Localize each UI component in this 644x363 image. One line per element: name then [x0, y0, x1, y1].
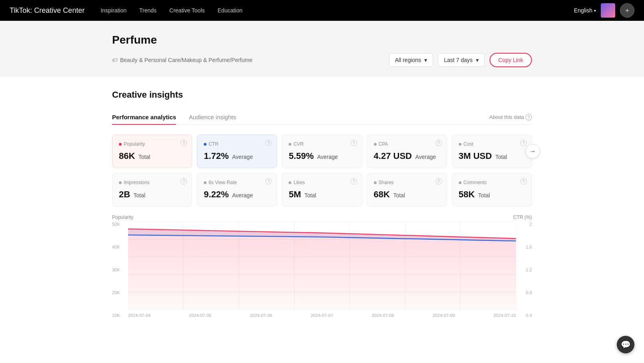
chart-svg-area: 2024-07-04 2024-07-05 2024-07-06 2024-07…	[128, 222, 516, 318]
dot-gray-vr	[204, 181, 207, 184]
metric-view-rate-info[interactable]: ?	[265, 178, 272, 185]
period-label: Last 7 days	[444, 57, 473, 63]
dot-gray-cpa	[374, 143, 377, 146]
period-chevron-icon: ▾	[476, 57, 479, 63]
metric-comments-label: Comments	[459, 180, 525, 185]
metric-popularity-info[interactable]: ?	[181, 140, 187, 146]
chat-button[interactable]: 💬	[617, 336, 634, 353]
x-label-0: 2024-07-04	[128, 313, 150, 318]
nav-inspiration[interactable]: Inspiration	[100, 6, 126, 15]
dot-gray-likes	[289, 181, 291, 184]
dot-red	[119, 143, 122, 146]
metric-shares-label: Shares	[374, 180, 440, 185]
metric-likes-label: Likes	[289, 180, 355, 185]
nav-trends[interactable]: Trends	[139, 6, 156, 15]
metric-cost-value: 3M USD Total	[459, 151, 525, 161]
dot-gray-comments	[459, 181, 461, 184]
about-data-label: About this data	[489, 114, 524, 120]
metrics-row-2: Impressions 2B Total ? 6s View Rate 9.22…	[112, 173, 532, 207]
x-label-5: 2024-07-09	[433, 313, 455, 318]
page-meta: 🏷 Beauty & Personal Care/Makeup & Perfum…	[112, 53, 532, 67]
popularity-area	[128, 229, 516, 310]
x-label-3: 2024-07-07	[311, 313, 333, 318]
nav-creative-tools[interactable]: Creative Tools	[169, 6, 205, 15]
metric-cost: Cost 3M USD Total ?	[452, 134, 532, 168]
tabs: Performance analytics Audience insights …	[112, 110, 532, 125]
metric-comments-value: 58K Total	[459, 189, 525, 200]
metric-cpa-info[interactable]: ?	[435, 140, 442, 146]
tag-icon: 🏷	[112, 57, 118, 63]
metric-impressions-info[interactable]: ?	[181, 178, 187, 185]
dot-gray-imp	[119, 181, 122, 184]
chart-right-label: CTR (%)	[513, 215, 532, 220]
x-label-2: 2024-07-06	[250, 313, 272, 318]
metric-likes: Likes 5M Total ?	[282, 173, 362, 207]
header-right: English ▾ ＋	[574, 3, 634, 18]
x-label-4: 2024-07-08	[371, 313, 394, 318]
page-header: Perfume 🏷 Beauty & Personal Care/Makeup …	[0, 21, 644, 77]
metric-cost-label: Cost	[459, 141, 525, 147]
metric-popularity-label: Popularity	[119, 141, 185, 147]
metric-view-rate-label: 6s View Rate	[204, 180, 270, 185]
metric-ctr-label: CTR	[204, 141, 270, 147]
avatar-box[interactable]	[601, 3, 615, 18]
metric-ctr: CTR 1.72% Average ?	[197, 134, 277, 168]
metric-impressions: Impressions 2B Total ?	[112, 173, 192, 207]
region-chevron-icon: ▾	[424, 57, 427, 63]
category-label: Beauty & Personal Care/Makeup & Perfume/…	[120, 57, 253, 63]
region-dropdown[interactable]: All regions ▾	[389, 53, 433, 67]
next-arrow-button[interactable]: →	[526, 144, 540, 158]
metric-cvr-label: CVR	[289, 141, 355, 147]
page-title: Perfume	[112, 34, 532, 46]
metric-view-rate: 6s View Rate 9.22% Average ?	[197, 173, 277, 207]
y-axis-left: 50K 40K 30K 20K 10K	[112, 222, 126, 318]
logo-tiktok: TikTok	[10, 6, 30, 14]
metric-comments-info[interactable]: ?	[520, 178, 527, 185]
metric-cost-info[interactable]: ?	[520, 140, 527, 146]
period-dropdown[interactable]: Last 7 days ▾	[438, 53, 485, 67]
user-button[interactable]: ＋	[620, 3, 634, 18]
region-label: All regions	[395, 57, 421, 63]
info-icon: ?	[526, 114, 532, 120]
metric-cpa: CPA 4.27 USD Average ?	[367, 134, 447, 168]
dot-gray-cost	[459, 143, 461, 146]
metric-impressions-label: Impressions	[119, 180, 185, 185]
chevron-down-icon: ▾	[594, 8, 596, 13]
tab-audience[interactable]: Audience insights	[189, 110, 236, 124]
section-title: Creative insights	[112, 90, 532, 100]
metric-shares-info[interactable]: ?	[435, 178, 442, 185]
main-nav: Inspiration Trends Creative Tools Educat…	[100, 6, 574, 15]
metric-likes-info[interactable]: ?	[351, 178, 357, 185]
chart-left-label: Popularity	[112, 215, 133, 220]
filters: All regions ▾ Last 7 days ▾ Copy Link	[389, 53, 532, 67]
tab-performance[interactable]: Performance analytics	[112, 110, 176, 124]
dot-gray-shares	[374, 181, 377, 184]
metric-cpa-value: 4.27 USD Average	[374, 151, 440, 161]
chat-icon: 💬	[621, 340, 631, 349]
metric-likes-value: 5M Total	[289, 189, 355, 200]
header: TikTok: Creative Center Inspiration Tren…	[0, 0, 644, 21]
category-tag: 🏷 Beauty & Personal Care/Makeup & Perfum…	[112, 57, 253, 63]
language-selector[interactable]: English ▾	[574, 7, 596, 14]
metric-impressions-value: 2B Total	[119, 189, 185, 200]
copy-link-button[interactable]: Copy Link	[490, 53, 532, 67]
main-content: Creative insights Performance analytics …	[0, 77, 644, 363]
logo[interactable]: TikTok: Creative Center	[10, 6, 84, 15]
logo-suffix: : Creative Center	[30, 6, 84, 14]
about-data[interactable]: About this data ?	[489, 114, 532, 120]
language-label: English	[574, 7, 592, 14]
metric-comments: Comments 58K Total ?	[452, 173, 532, 207]
metric-cvr: CVR 5.59% Average ?	[282, 134, 362, 168]
metric-popularity: Popularity 86K Total ?	[112, 134, 192, 168]
metric-cvr-info[interactable]: ?	[351, 140, 357, 146]
y-axis-right: 2 1.6 1.2 0.8 0.4	[518, 222, 532, 318]
metric-view-rate-value: 9.22% Average	[204, 189, 270, 200]
chart-svg	[128, 222, 516, 310]
dot-blue	[204, 143, 207, 146]
nav-education[interactable]: Education	[218, 6, 243, 15]
x-label-1: 2024-07-05	[189, 313, 211, 318]
metrics-row-1: Popularity 86K Total ? CTR 1.72% Average…	[112, 134, 532, 168]
metric-cpa-label: CPA	[374, 141, 440, 147]
x-label-6: 2024-07-10	[494, 313, 516, 318]
metric-ctr-info[interactable]: ?	[265, 140, 272, 146]
